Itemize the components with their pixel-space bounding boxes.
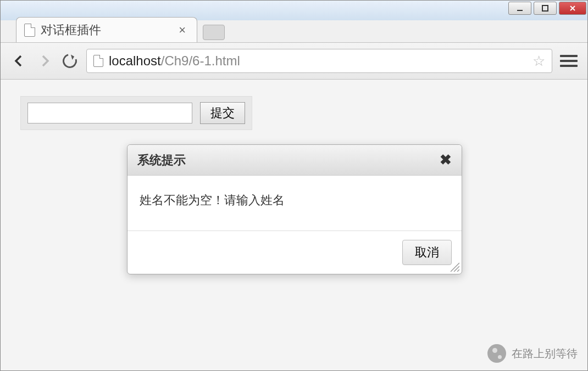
tab-close-icon[interactable]: × <box>175 23 189 37</box>
submit-button[interactable]: 提交 <box>200 102 245 124</box>
svg-line-4 <box>457 269 459 272</box>
forward-button[interactable] <box>36 52 53 70</box>
watermark-text: 在路上别等待 <box>512 346 578 361</box>
window-frame: 对话框插件 × localhost /Ch9/6-1.html ☆ 提交 <box>0 0 588 371</box>
browser-tab[interactable]: 对话框插件 × <box>16 17 197 42</box>
dialog-titlebar[interactable]: 系统提示 ✖ <box>127 145 462 176</box>
wechat-icon <box>487 344 506 363</box>
form-row: 提交 <box>20 96 252 130</box>
svg-rect-0 <box>517 10 523 11</box>
tab-title: 对话框插件 <box>41 22 101 38</box>
new-tab-button[interactable] <box>203 25 225 40</box>
minimize-button[interactable] <box>508 2 531 15</box>
maximize-button[interactable] <box>534 2 557 15</box>
name-input[interactable] <box>27 103 192 123</box>
tab-strip: 对话框插件 × <box>16 17 225 42</box>
back-button[interactable] <box>10 52 28 70</box>
dialog-title-text: 系统提示 <box>137 152 186 168</box>
dialog-close-icon[interactable]: ✖ <box>440 151 452 168</box>
resize-grip[interactable] <box>448 261 459 272</box>
dialog-body: 姓名不能为空！请输入姓名 <box>127 176 462 231</box>
watermark: 在路上别等待 <box>487 344 578 363</box>
bookmark-star-icon[interactable]: ☆ <box>532 53 545 70</box>
address-path: /Ch9/6-1.html <box>161 53 240 69</box>
system-dialog: 系统提示 ✖ 姓名不能为空！请输入姓名 取消 <box>127 144 462 274</box>
reload-icon <box>60 51 80 71</box>
browser-toolbar: localhost /Ch9/6-1.html ☆ <box>1 42 587 80</box>
cancel-button[interactable]: 取消 <box>402 240 452 265</box>
dialog-message: 姓名不能为空！请输入姓名 <box>140 193 285 207</box>
close-button[interactable] <box>559 2 586 15</box>
dialog-footer: 取消 <box>127 231 462 274</box>
address-host: localhost <box>109 53 161 69</box>
reload-button[interactable] <box>61 52 79 70</box>
svg-rect-1 <box>542 5 548 11</box>
address-bar[interactable]: localhost /Ch9/6-1.html ☆ <box>86 49 552 73</box>
page-icon <box>24 24 35 37</box>
page-icon <box>93 55 103 67</box>
menu-button[interactable] <box>560 52 578 70</box>
